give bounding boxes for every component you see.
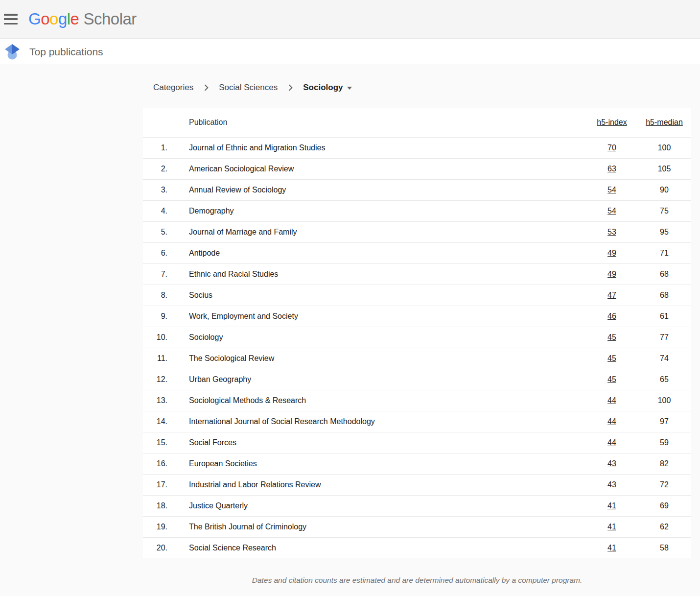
disclaimer-note: Dates and citation counts are estimated …	[143, 576, 691, 585]
row-h5-median: 75	[637, 200, 691, 221]
row-h5-median: 65	[637, 369, 691, 390]
row-h5-median: 68	[637, 285, 691, 306]
h5-index-column-header-link[interactable]: h5-index	[597, 118, 627, 126]
row-rank: 9.	[143, 306, 167, 327]
row-rank: 18.	[143, 495, 167, 516]
page-header: Top publications	[0, 39, 700, 65]
row-publication-title: European Societies	[167, 453, 586, 474]
row-h5-index-link[interactable]: 45	[607, 354, 616, 362]
row-h5-index-link[interactable]: 46	[607, 312, 616, 320]
table-row: 10. Sociology 45 77	[143, 327, 691, 348]
row-rank: 1.	[143, 137, 167, 158]
table-row: 17. Industrial and Labor Relations Revie…	[143, 474, 691, 495]
row-h5-median: 105	[637, 158, 691, 179]
row-h5-median: 59	[637, 432, 691, 453]
row-h5-index-link[interactable]: 54	[607, 186, 616, 194]
row-h5-index-link[interactable]: 70	[607, 143, 616, 152]
row-h5-median: 62	[637, 516, 691, 537]
table-row: 19. The British Journal of Criminology 4…	[143, 516, 691, 537]
table-row: 5. Journal of Marriage and Family 53 95	[143, 221, 691, 242]
row-h5-median: 71	[637, 242, 691, 263]
row-h5-index-link[interactable]: 44	[607, 417, 616, 426]
row-h5-median: 77	[637, 327, 691, 348]
row-h5-median: 90	[637, 179, 691, 200]
row-rank: 6.	[143, 242, 167, 263]
row-publication-title: Demography	[167, 200, 586, 221]
rank-column-header	[143, 108, 167, 137]
table-row: 18. Justice Quarterly 41 69	[143, 495, 691, 516]
chevron-right-icon	[285, 83, 295, 93]
main-content: Categories Social Sciences Sociology Pub…	[0, 65, 700, 585]
table-row: 7. Ethnic and Racial Studies 49 68	[143, 263, 691, 285]
breadcrumb-social-sciences-link[interactable]: Social Sciences	[219, 83, 278, 93]
top-app-bar: Google Scholar	[0, 0, 700, 39]
row-rank: 8.	[143, 285, 167, 306]
row-publication-title: Justice Quarterly	[167, 495, 586, 516]
row-rank: 10.	[143, 327, 167, 348]
row-rank: 15.	[143, 432, 167, 453]
row-h5-median: 58	[637, 537, 691, 558]
row-rank: 3.	[143, 179, 167, 200]
row-publication-title: Annual Review of Sociology	[167, 179, 586, 200]
row-publication-title: The Sociological Review	[167, 348, 586, 369]
row-h5-index-link[interactable]: 49	[607, 249, 616, 257]
row-h5-index-link[interactable]: 44	[607, 438, 616, 447]
row-h5-index-link[interactable]: 43	[607, 480, 616, 489]
row-rank: 14.	[143, 411, 167, 432]
row-rank: 4.	[143, 200, 167, 221]
google-scholar-logo[interactable]: Google Scholar	[28, 10, 137, 28]
row-h5-index-link[interactable]: 41	[607, 523, 616, 531]
row-rank: 16.	[143, 453, 167, 474]
row-h5-index-link[interactable]: 41	[607, 501, 616, 510]
row-h5-median: 72	[637, 474, 691, 495]
row-publication-title: Social Science Research	[167, 537, 586, 558]
table-row: 4. Demography 54 75	[143, 200, 691, 221]
row-publication-title: International Journal of Social Research…	[167, 411, 586, 432]
row-publication-title: Urban Geography	[167, 369, 586, 390]
breadcrumb-subcategory-dropdown[interactable]: Sociology	[303, 83, 352, 93]
row-h5-index-link[interactable]: 53	[607, 228, 616, 236]
row-h5-index-link[interactable]: 45	[607, 375, 616, 383]
row-h5-index-link[interactable]: 41	[607, 544, 616, 552]
scholar-cap-icon	[5, 44, 20, 60]
table-row: 16. European Societies 43 82	[143, 453, 691, 474]
table-header-row: Publication h5-index h5-median	[143, 108, 691, 137]
row-rank: 12.	[143, 369, 167, 390]
metrics-table: Publication h5-index h5-median 1. Journa…	[143, 108, 691, 558]
row-publication-title: Sociological Methods & Research	[167, 390, 586, 411]
row-publication-title: Ethnic and Racial Studies	[167, 263, 586, 285]
row-rank: 13.	[143, 390, 167, 411]
table-row: 12. Urban Geography 45 65	[143, 369, 691, 390]
breadcrumb-categories-link[interactable]: Categories	[153, 83, 193, 93]
row-h5-index-link[interactable]: 47	[607, 291, 616, 299]
google-logo-text: Google	[28, 10, 79, 28]
row-publication-title: American Sociological Review	[167, 158, 586, 179]
row-h5-index-link[interactable]: 54	[607, 207, 616, 215]
row-publication-title: Journal of Marriage and Family	[167, 221, 586, 242]
row-h5-median: 68	[637, 263, 691, 285]
row-publication-title: Journal of Ethnic and Migration Studies	[167, 137, 586, 158]
row-rank: 17.	[143, 474, 167, 495]
row-h5-median: 97	[637, 411, 691, 432]
row-h5-index-link[interactable]: 45	[607, 333, 616, 341]
table-row: 9. Work, Employment and Society 46 61	[143, 306, 691, 327]
h5-median-column-header-link[interactable]: h5-median	[646, 118, 683, 126]
breadcrumb-current-label: Sociology	[303, 83, 343, 93]
table-row: 6. Antipode 49 71	[143, 242, 691, 263]
row-h5-index-link[interactable]: 49	[607, 270, 616, 278]
row-rank: 19.	[143, 516, 167, 537]
row-publication-title: Work, Employment and Society	[167, 306, 586, 327]
hamburger-menu-icon[interactable]	[4, 14, 18, 24]
table-row: 14. International Journal of Social Rese…	[143, 411, 691, 432]
row-h5-median: 74	[637, 348, 691, 369]
table-row: 20. Social Science Research 41 58	[143, 537, 691, 558]
row-publication-title: Social Forces	[167, 432, 586, 453]
row-h5-index-link[interactable]: 44	[607, 396, 616, 405]
table-row: 11. The Sociological Review 45 74	[143, 348, 691, 369]
row-publication-title: Industrial and Labor Relations Review	[167, 474, 586, 495]
dropdown-caret-icon	[347, 87, 352, 90]
row-h5-index-link[interactable]: 63	[607, 165, 616, 173]
row-h5-index-link[interactable]: 43	[607, 459, 616, 468]
row-rank: 2.	[143, 158, 167, 179]
row-h5-median: 82	[637, 453, 691, 474]
